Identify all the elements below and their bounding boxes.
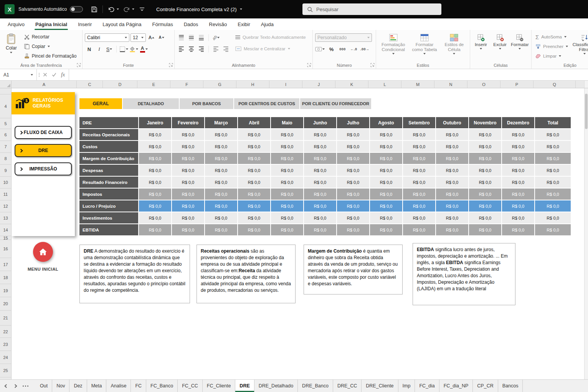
cell-ebtida-maio[interactable]: R$ 0,0 (271, 224, 304, 236)
cell-margem-de-contribuicao-maio[interactable]: R$ 0,0 (271, 153, 304, 165)
sheet-tab-dez[interactable]: Dez (69, 380, 87, 392)
menu-tab-arquivo[interactable]: Arquivo (2, 18, 30, 30)
report-tab-por-cliente-ou-fornecedor[interactable]: POR CLIENTE OU FORNECEDOR (300, 98, 371, 109)
row-label-resultado-financeiro[interactable]: Resultado Financeiro (79, 177, 139, 189)
cell-receitas-operacionais-novembro[interactable]: R$ 0,0 (469, 129, 502, 141)
table-header-janeiro[interactable]: Janeiro (139, 117, 172, 129)
format-as-table-button[interactable]: Formatar como Tabela (410, 33, 439, 55)
cell-ebtida-dezembro[interactable]: R$ 0,0 (502, 224, 535, 236)
cell-impostos-marco[interactable]: R$ 0,0 (205, 189, 238, 200)
sheet-tab-imp[interactable]: Imp (398, 380, 415, 392)
row-label-lucro-prejuizo[interactable]: Lucro / Prejuízo (79, 200, 139, 212)
comma-style-button[interactable]: 000 (338, 45, 347, 53)
number-dialog-launcher[interactable] (370, 63, 375, 67)
column-header-L[interactable]: L (368, 81, 401, 88)
cell-margem-de-contribuicao-setembro[interactable]: R$ 0,0 (403, 153, 436, 165)
cell-receitas-operacionais-maio[interactable]: R$ 0,0 (271, 129, 304, 141)
clipboard-dialog-launcher[interactable] (77, 63, 81, 67)
sheet-canvas[interactable]: $ RELATÓRIOS GERAIS FLUXO DE CAIXADREIMP… (12, 88, 584, 379)
enter-icon[interactable] (52, 73, 56, 77)
cell-lucro-prejuizo-fevereiro[interactable]: R$ 0,0 (172, 200, 205, 212)
delete-cells-button[interactable]: Excluir (492, 33, 509, 50)
cell-receitas-operacionais-junho[interactable]: R$ 0,0 (304, 129, 337, 141)
cell-ebtida-novembro[interactable]: R$ 0,0 (469, 224, 502, 236)
cell-despesas-maio[interactable]: R$ 0,0 (271, 165, 304, 177)
italic-button[interactable]: I (95, 45, 104, 53)
cell-investimentos-julho[interactable]: R$ 0,0 (337, 212, 370, 224)
sidebar-button-fluxo-de-caixa[interactable]: FLUXO DE CAIXA (15, 126, 72, 139)
font-name-select[interactable]: Calibri (85, 33, 129, 42)
cell-styles-button[interactable]: Estilos de Célula (441, 33, 467, 55)
cell-margem-de-contribuicao-janeiro[interactable]: R$ 0,0 (139, 153, 172, 165)
formula-bar-grip[interactable] (37, 69, 41, 80)
row-header-21[interactable]: 21 (0, 311, 11, 326)
cell-resultado-financeiro-outubro[interactable]: R$ 0,0 (436, 177, 469, 189)
table-header-fevereiro[interactable]: Fevereiro (172, 117, 205, 129)
cell-custos-fevereiro[interactable]: R$ 0,0 (172, 141, 205, 153)
alignment-dialog-launcher[interactable] (307, 63, 311, 67)
sheet-tab-dre-detalhado[interactable]: DRE_Detalhado (254, 380, 298, 392)
cell-resultado-financeiro-agosto[interactable]: R$ 0,0 (370, 177, 403, 189)
cell-despesas-dezembro[interactable]: R$ 0,0 (502, 165, 535, 177)
cell-lucro-prejuizo-dezembro[interactable]: R$ 0,0 (502, 200, 535, 212)
cell-lucro-prejuizo-julho[interactable]: R$ 0,0 (337, 200, 370, 212)
table-header-dre[interactable]: DRE (79, 117, 139, 129)
cell-investimentos-dezembro[interactable]: R$ 0,0 (502, 212, 535, 224)
insert-function-icon[interactable]: fx (61, 72, 65, 78)
menu-tab-dados[interactable]: Dados (178, 18, 204, 30)
formula-input[interactable] (69, 69, 588, 80)
cell-ebtida-outubro[interactable]: R$ 0,0 (436, 224, 469, 236)
cell-ebtida-fevereiro[interactable]: R$ 0,0 (172, 224, 205, 236)
cell-despesas-abril[interactable]: R$ 0,0 (238, 165, 271, 177)
table-header-novembro[interactable]: Novembro (469, 117, 502, 129)
column-header-F[interactable]: F (170, 81, 203, 88)
cell-despesas-total[interactable]: R$ 0,0 (535, 165, 571, 177)
sort-filter-button[interactable]: Classificar e Filtrar (572, 33, 588, 60)
table-header-dezembro[interactable]: Dezembro (502, 117, 535, 129)
paste-button[interactable]: Colar (2, 33, 20, 60)
column-header-C[interactable]: C (77, 81, 103, 88)
redo-icon[interactable] (122, 4, 132, 14)
cell-impostos-dezembro[interactable]: R$ 0,0 (502, 189, 535, 200)
fill-color-button[interactable] (129, 45, 138, 53)
cell-investimentos-total[interactable]: R$ 0,0 (535, 212, 571, 224)
sheet-tab-bancos[interactable]: Bancos (498, 380, 523, 392)
sheet-tab-dre-cc[interactable]: DRE_CC (333, 380, 362, 392)
autosum-button[interactable]: Σ AutoSoma (534, 33, 570, 41)
cell-investimentos-outubro[interactable]: R$ 0,0 (436, 212, 469, 224)
cell-investimentos-junho[interactable]: R$ 0,0 (304, 212, 337, 224)
report-tab-por-bancos[interactable]: POR BANCOS (180, 98, 233, 109)
orientation-button[interactable]: ab (211, 33, 220, 42)
cell-lucro-prejuizo-abril[interactable]: R$ 0,0 (238, 200, 271, 212)
cell-custos-novembro[interactable]: R$ 0,0 (469, 141, 502, 153)
cell-investimentos-janeiro[interactable]: R$ 0,0 (139, 212, 172, 224)
fill-button[interactable]: Preencher (534, 42, 570, 51)
cell-resultado-financeiro-novembro[interactable]: R$ 0,0 (469, 177, 502, 189)
cell-impostos-outubro[interactable]: R$ 0,0 (436, 189, 469, 200)
cell-despesas-setembro[interactable]: R$ 0,0 (403, 165, 436, 177)
cell-custos-janeiro[interactable]: R$ 0,0 (139, 141, 172, 153)
align-right-button[interactable] (197, 45, 206, 53)
sheet-tab-fc-banco[interactable]: FC_Banco (146, 380, 178, 392)
table-header-maio[interactable]: Maio (271, 117, 304, 129)
cell-lucro-prejuizo-total[interactable]: R$ 0,0 (535, 200, 571, 212)
cell-despesas-novembro[interactable]: R$ 0,0 (469, 165, 502, 177)
row-header-14[interactable]: 14 (0, 224, 11, 236)
column-header-H[interactable]: H (236, 81, 269, 88)
row-header-5[interactable]: 5 (0, 118, 11, 129)
cell-impostos-agosto[interactable]: R$ 0,0 (370, 189, 403, 200)
table-header-marco[interactable]: Março (205, 117, 238, 129)
column-header-P[interactable]: P (500, 81, 533, 88)
cell-receitas-operacionais-marco[interactable]: R$ 0,0 (205, 129, 238, 141)
cell-receitas-operacionais-fevereiro[interactable]: R$ 0,0 (172, 129, 205, 141)
cell-impostos-junho[interactable]: R$ 0,0 (304, 189, 337, 200)
decrease-font-button[interactable]: A (157, 33, 166, 42)
cell-lucro-prejuizo-marco[interactable]: R$ 0,0 (205, 200, 238, 212)
autosave-toggle[interactable] (70, 6, 83, 12)
column-header-A[interactable]: A (12, 81, 77, 88)
cell-investimentos-maio[interactable]: R$ 0,0 (271, 212, 304, 224)
column-header-D[interactable]: D (103, 81, 137, 88)
clear-button[interactable]: Limpar (534, 52, 570, 60)
cancel-icon[interactable] (43, 73, 47, 77)
decrease-decimal-button[interactable]: .00→ (360, 45, 370, 53)
